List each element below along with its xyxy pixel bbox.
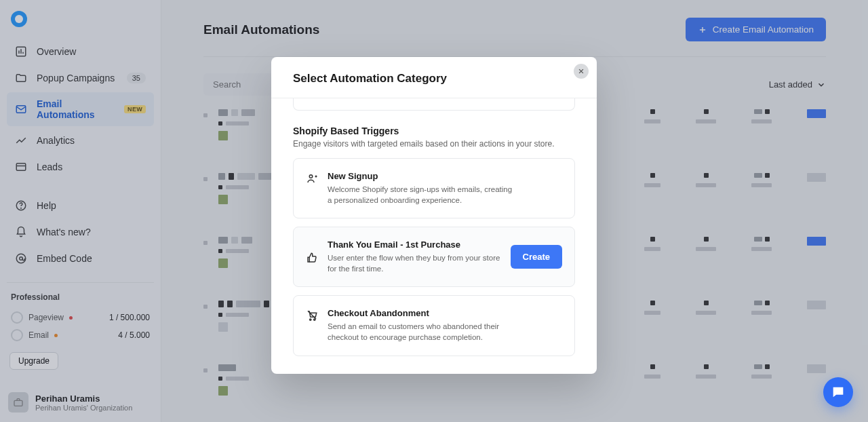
close-button[interactable] bbox=[574, 64, 589, 79]
option-title: Thank You Email - 1st Purchase bbox=[328, 239, 501, 250]
option-new-signup[interactable]: New Signup Welcome Shopify store sign-up… bbox=[293, 158, 575, 218]
chat-icon bbox=[831, 385, 846, 400]
svg-point-16 bbox=[309, 175, 313, 178]
svg-point-20 bbox=[314, 319, 315, 320]
thumbs-up-icon bbox=[306, 252, 318, 264]
option-desc: Welcome Shopify store sign-ups with emai… bbox=[328, 184, 517, 206]
create-option-button[interactable]: Create bbox=[511, 245, 562, 269]
svg-point-19 bbox=[310, 319, 311, 320]
option-desc: User enter the flow when they buy from y… bbox=[328, 252, 501, 274]
close-icon bbox=[578, 68, 585, 75]
modal-title: Select Automation Category bbox=[271, 57, 597, 98]
option-thank-you-first-purchase[interactable]: Thank You Email - 1st Purchase User ente… bbox=[293, 227, 575, 287]
svg-line-21 bbox=[308, 311, 316, 320]
previous-card-edge bbox=[293, 98, 575, 111]
option-checkout-abandonment[interactable]: Checkout Abandonment Send an email to cu… bbox=[293, 295, 575, 356]
section-desc: Engage visitors with targeted emails bas… bbox=[293, 139, 575, 149]
section-header: Shopify Based Triggers Engage visitors w… bbox=[293, 126, 575, 149]
option-desc: Send an email to customers who abandoned… bbox=[328, 321, 517, 343]
option-title: New Signup bbox=[328, 171, 562, 181]
modal-body: Shopify Based Triggers Engage visitors w… bbox=[271, 98, 597, 356]
cart-abandoned-icon bbox=[306, 309, 318, 322]
select-automation-modal: Select Automation Category Shopify Based… bbox=[271, 57, 597, 374]
option-title: Checkout Abandonment bbox=[328, 308, 562, 318]
modal-overlay[interactable]: Select Automation Category Shopify Based… bbox=[0, 0, 868, 422]
chat-launcher[interactable] bbox=[823, 377, 853, 407]
section-title: Shopify Based Triggers bbox=[293, 126, 575, 136]
person-add-icon bbox=[306, 172, 318, 185]
